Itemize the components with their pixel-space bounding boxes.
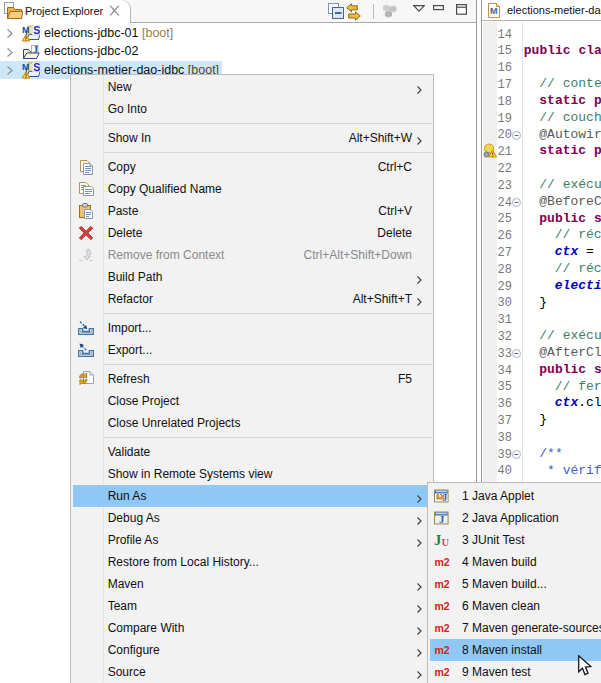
svg-text:M: M (490, 6, 498, 16)
svg-text:m2: m2 (434, 644, 449, 656)
svg-text:M: M (22, 25, 30, 35)
svg-text:M: M (22, 62, 30, 72)
svg-text:S: S (33, 62, 40, 73)
svg-text:U: U (441, 537, 449, 548)
svg-text:m2: m2 (434, 556, 449, 568)
svg-text:m2: m2 (434, 666, 449, 678)
svg-text:m2: m2 (434, 600, 449, 612)
svg-text:J: J (442, 492, 447, 503)
svg-text:J: J (434, 532, 441, 548)
svg-text:m2: m2 (434, 622, 449, 634)
svg-text:S: S (33, 25, 40, 36)
svg-text:J: J (33, 44, 38, 55)
svg-text:J: J (439, 514, 444, 525)
svg-text:m2: m2 (434, 578, 449, 590)
